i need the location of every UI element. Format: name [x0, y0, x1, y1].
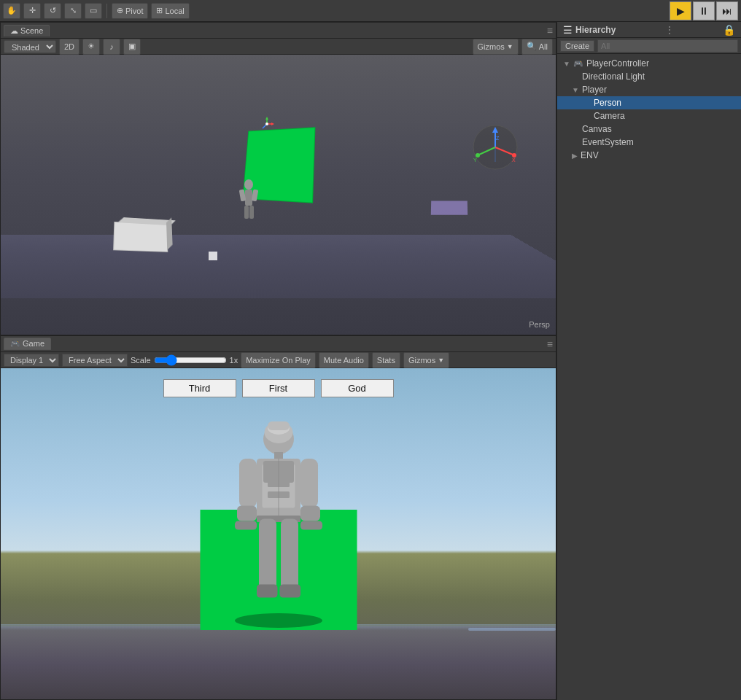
svg-rect-38	[300, 506, 320, 521]
svg-rect-41	[259, 519, 276, 591]
svg-rect-42	[257, 585, 278, 598]
maximize-on-play-btn[interactable]: Maximize On Play	[241, 352, 316, 368]
gizmo-widget[interactable]: Z X Y	[472, 124, 519, 171]
label-directional-light: Directional Light	[582, 71, 645, 82]
stats-btn[interactable]: Stats	[372, 352, 400, 368]
label-person: Person	[594, 98, 621, 108]
hierarchy-toolbar: Create	[557, 38, 741, 54]
local-icon: ⊞	[156, 6, 163, 15]
all-label: All	[539, 42, 548, 51]
local-btn[interactable]: ⊞ Local	[151, 3, 189, 19]
right-panel: ☰ Hierarchy ⋮ 🔒 Create ▼🎮PlayerControlle…	[556, 22, 741, 700]
game-gizmos-btn[interactable]: Gizmos ▼	[403, 352, 449, 368]
scene-overflow-menu[interactable]: ≡	[547, 25, 553, 36]
svg-rect-5	[249, 206, 254, 219]
stats-label: Stats	[377, 356, 395, 365]
pivot-btn[interactable]: ⊕ Pivot	[112, 3, 148, 19]
scene-panel: ☁ Scene ≡ Shaded 2D ☀ ♪ ▣ Gizmos ▼	[0, 22, 556, 335]
mute-audio-btn[interactable]: Mute Audio	[319, 352, 369, 368]
game-overflow-menu[interactable]: ≡	[547, 338, 553, 350]
hierarchy-item-player[interactable]: ▼Player	[557, 83, 741, 96]
game-ground	[1, 626, 556, 699]
hierarchy-title: Hierarchy	[575, 25, 616, 35]
game-gizmos-label: Gizmos	[408, 356, 435, 365]
hierarchy-icon: ☰	[563, 24, 573, 36]
scale-value: 1x	[230, 356, 238, 365]
label-camera: Camera	[594, 111, 625, 121]
first-person-btn[interactable]: First	[242, 379, 315, 397]
game-viewport[interactable]: Third First God	[1, 368, 556, 699]
play-controls: ▶ ⏸ ⏭	[670, 1, 738, 20]
hierarchy-search-input[interactable]	[597, 39, 738, 52]
scene-toolbar: Shaded 2D ☀ ♪ ▣ Gizmos ▼ 🔍 All	[1, 39, 556, 55]
step-button[interactable]: ⏭	[716, 1, 738, 20]
scene-viewport[interactable]: Z X Y	[1, 55, 556, 335]
hierarchy-header: ☰ Hierarchy ⋮ 🔒	[557, 22, 741, 38]
svg-marker-20	[271, 122, 274, 125]
rect-tool-btn[interactable]: ▭	[85, 3, 102, 19]
aspect-select[interactable]: Free Aspect	[62, 354, 128, 367]
svg-point-22	[265, 122, 268, 125]
label-canvas: Canvas	[582, 124, 612, 134]
hierarchy-overflow[interactable]: ⋮	[664, 24, 675, 36]
svg-rect-4	[244, 206, 249, 219]
gizmos-btn[interactable]: Gizmos ▼	[473, 39, 519, 55]
scale-label: Scale	[131, 356, 151, 365]
game-tab-label: Game	[23, 339, 44, 348]
svg-text:Y: Y	[473, 158, 477, 163]
pause-button[interactable]: ⏸	[693, 1, 715, 20]
ground-highlight	[468, 628, 556, 631]
hierarchy-item-camera[interactable]: Camera	[557, 109, 741, 122]
game-tab[interactable]: 🎮 Game	[4, 338, 51, 350]
svg-marker-18	[265, 117, 268, 120]
svg-rect-1	[245, 190, 252, 206]
main-toolbar: ✋ ✛ ↺ ⤡ ▭ ⊕ Pivot ⊞ Local ▶ ⏸ ⏭	[0, 0, 741, 22]
label-player: Player	[582, 85, 607, 95]
pivot-icon: ⊕	[117, 6, 123, 15]
all-layers-btn[interactable]: 🔍 All	[521, 39, 553, 55]
2d-label: 2D	[64, 42, 74, 51]
hierarchy-item-directional-light[interactable]: Directional Light	[557, 70, 741, 83]
search-icon: 🔍	[527, 42, 537, 51]
persp-label: Persp	[529, 320, 550, 329]
gizmos-label: Gizmos	[478, 42, 505, 51]
camera-buttons: Third First God	[163, 379, 394, 397]
rotate-tool-btn[interactable]: ↺	[44, 3, 61, 19]
light-toggle[interactable]: ☀	[82, 39, 100, 55]
scale-tool-btn[interactable]: ⤡	[64, 3, 82, 19]
svg-rect-43	[281, 519, 298, 591]
hierarchy-item-env[interactable]: ▶ENV	[557, 149, 741, 162]
game-toolbar: Display 1 Free Aspect Scale 1x Maximize …	[1, 352, 556, 368]
2d-toggle[interactable]: 2D	[59, 39, 79, 55]
scale-slider[interactable]	[154, 356, 227, 365]
svg-rect-35	[237, 506, 257, 521]
hand-tool-btn[interactable]: ✋	[3, 3, 20, 19]
hierarchy-item-event-system[interactable]: EventSystem	[557, 136, 741, 149]
display-select[interactable]: Display 1	[4, 354, 59, 367]
game-character	[206, 415, 352, 634]
scene-tab[interactable]: ☁ Scene	[4, 25, 50, 36]
game-gizmos-arrow: ▼	[438, 357, 444, 364]
game-tab-bar: 🎮 Game ≡	[1, 336, 556, 352]
shading-select[interactable]: Shaded	[4, 40, 56, 53]
label-player-controller: PlayerController	[586, 58, 649, 69]
hierarchy-create-btn[interactable]: Create	[560, 40, 594, 52]
hierarchy-lock[interactable]: 🔒	[723, 24, 735, 36]
label-env: ENV	[581, 150, 599, 160]
audio-toggle[interactable]: ♪	[103, 39, 120, 55]
fx-toggle[interactable]: ▣	[123, 39, 141, 55]
svg-rect-3	[252, 189, 259, 201]
scene-tab-bar: ☁ Scene ≡	[1, 23, 556, 39]
label-event-system: EventSystem	[582, 137, 634, 147]
svg-rect-26	[268, 421, 290, 430]
hierarchy-item-person[interactable]: Person	[557, 96, 741, 109]
play-button[interactable]: ▶	[670, 1, 691, 20]
hierarchy-item-canvas[interactable]: Canvas	[557, 122, 741, 136]
light-indicator	[209, 252, 217, 260]
god-mode-btn[interactable]: God	[321, 379, 394, 397]
move-tool-btn[interactable]: ✛	[23, 3, 41, 19]
hierarchy-item-player-controller[interactable]: ▼🎮PlayerController	[557, 57, 741, 70]
hierarchy-content: ▼🎮PlayerControllerDirectional Light▼Play…	[557, 54, 741, 700]
third-person-btn[interactable]: Third	[163, 379, 236, 397]
game-panel: 🎮 Game ≡ Display 1 Free Aspect Scale 1x	[0, 335, 556, 700]
